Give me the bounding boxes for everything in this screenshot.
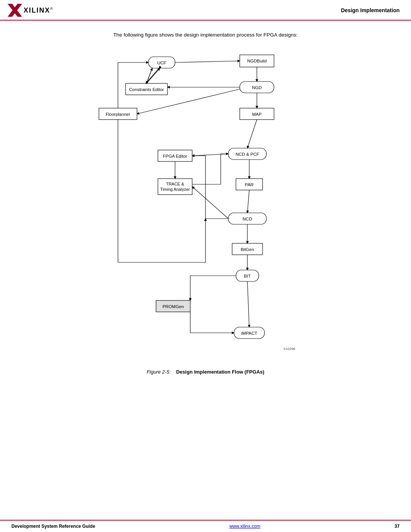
svg-text:NCD: NCD xyxy=(243,217,252,221)
svg-line-38 xyxy=(146,68,159,83)
svg-rect-18 xyxy=(158,179,192,195)
svg-text:FPGA Editor: FPGA Editor xyxy=(163,154,187,158)
flow-diagram: UCF NGDBuild Constraints Editor NGD Floo… xyxy=(76,49,335,361)
svg-line-42 xyxy=(192,154,228,156)
svg-line-34 xyxy=(175,61,240,62)
svg-line-45 xyxy=(247,190,249,213)
figure-title: Design Implementation Flow (FPGAs) xyxy=(176,369,264,375)
page-footer: Development System Reference Guide www.x… xyxy=(0,520,411,532)
logo-reg: ® xyxy=(50,7,53,11)
svg-text:iMPACT: iMPACT xyxy=(241,331,257,335)
svg-text:NCD & PCF: NCD & PCF xyxy=(236,152,259,157)
svg-text:BIT: BIT xyxy=(244,274,251,278)
svg-line-41 xyxy=(247,120,257,148)
svg-text:TRACE &: TRACE & xyxy=(166,182,184,186)
svg-text:BitGen: BitGen xyxy=(241,247,254,252)
svg-line-46 xyxy=(192,187,228,219)
page-header: XILINX ® Design Implementation xyxy=(0,0,411,21)
svg-text:PAR: PAR xyxy=(245,182,254,187)
svg-text:NGD: NGD xyxy=(252,85,262,90)
figure-label: Figure 2-5: xyxy=(147,369,170,375)
xilinx-logo-icon xyxy=(8,4,22,17)
svg-text:NGDBuild: NGDBuild xyxy=(247,59,266,63)
svg-text:Floorplanner: Floorplanner xyxy=(106,112,131,117)
logo-area: XILINX ® xyxy=(8,4,53,17)
svg-text:Constraints Editor: Constraints Editor xyxy=(129,87,164,92)
svg-line-49 xyxy=(247,281,249,327)
svg-line-37 xyxy=(147,68,160,83)
svg-text:X10296: X10296 xyxy=(284,347,295,351)
svg-text:PROMGen: PROMGen xyxy=(162,304,184,309)
svg-text:UCF: UCF xyxy=(157,61,166,65)
header-title: Design Implementation xyxy=(341,7,400,13)
footer-website-link[interactable]: www.xilinx.com xyxy=(229,524,260,529)
footer-left-text: Development System Reference Guide xyxy=(11,524,95,529)
figure-caption: Figure 2-5: Design Implementation Flow (… xyxy=(23,369,388,375)
intro-text: The following figure shows the design im… xyxy=(23,32,388,38)
main-content: The following figure shows the design im… xyxy=(0,21,411,398)
footer-page-number: 37 xyxy=(395,524,400,529)
svg-line-51 xyxy=(147,68,152,83)
svg-text:Timing Analyzer: Timing Analyzer xyxy=(160,187,190,192)
svg-text:MAP: MAP xyxy=(252,112,262,117)
logo-text: XILINX xyxy=(24,6,50,14)
